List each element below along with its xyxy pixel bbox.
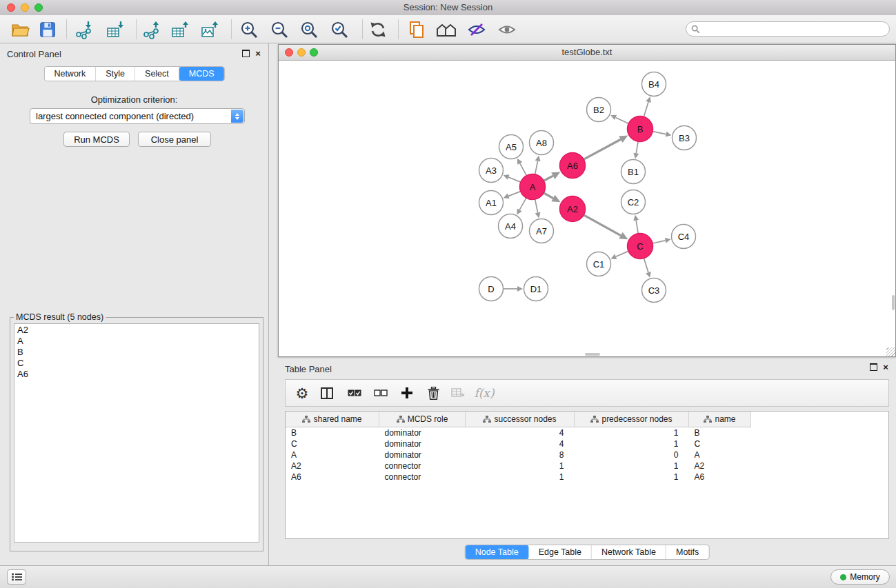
function-builder-button[interactable]: f(x) (473, 383, 495, 403)
table-row[interactable]: Cdominator41C (286, 438, 751, 449)
network-view-window: testGlobe.txt B4B2BB3A5A8A6A3B1AC2A1A2A4… (278, 44, 896, 357)
graphics-details-button[interactable] (465, 19, 488, 41)
graph-edge-A6-B[interactable] (584, 139, 621, 159)
mcds-result-item[interactable]: C (17, 358, 259, 369)
close-panel-action-button[interactable]: Close panel (138, 132, 211, 147)
tab-motifs[interactable]: Motifs (666, 545, 708, 559)
export-table-button[interactable] (168, 19, 192, 41)
column-header-successor-nodes[interactable]: successor nodes (466, 412, 575, 427)
tab-network-table[interactable]: Network Table (592, 545, 666, 559)
tab-edge-table[interactable]: Edge Table (529, 545, 592, 559)
deselect-all-rows-button[interactable] (370, 383, 392, 403)
network-canvas[interactable]: B4B2BB3A5A8A6A3B1AC2A1A2A4A7C4CC1DD1C3 (279, 61, 895, 356)
export-network-button[interactable] (139, 19, 163, 41)
tab-select[interactable]: Select (135, 67, 179, 81)
mcds-result-item[interactable]: A6 (17, 369, 259, 380)
graph-edge-B-B4[interactable] (644, 102, 648, 117)
run-mcds-button[interactable]: Run MCDS (63, 132, 130, 147)
optimization-criterion-select[interactable]: largest connected component (directed) (30, 108, 245, 124)
open-session-button[interactable] (8, 19, 32, 41)
export-image-button[interactable] (198, 19, 221, 41)
table-row[interactable]: Bdominator41B (286, 427, 751, 439)
network-window-title: testGlobe.txt (279, 47, 895, 57)
mcds-result-item[interactable]: A (17, 336, 259, 347)
import-table-button[interactable] (103, 19, 127, 41)
home-panel-button[interactable] (435, 19, 458, 41)
table-cell: 1 (575, 472, 689, 483)
graph-edge-C-C3[interactable] (644, 258, 648, 273)
graph-edge-A-A3[interactable] (508, 177, 521, 182)
graph-edge-A-A6[interactable] (544, 176, 552, 181)
table-row[interactable]: A2connector11A2 (286, 460, 751, 472)
show-columns-button[interactable] (316, 383, 338, 403)
zoom-selected-icon (330, 20, 349, 39)
apply-layout-button[interactable] (366, 19, 390, 41)
tab-style[interactable]: Style (96, 67, 135, 81)
resize-grip[interactable] (886, 347, 895, 356)
add-column-button[interactable] (396, 383, 418, 403)
edge-arrow-icon (633, 215, 639, 221)
graph-edge-C-C1[interactable] (616, 251, 628, 256)
graph-edge-A-A2[interactable] (544, 193, 553, 199)
zoom-in-button[interactable] (237, 19, 261, 41)
close-panel-button[interactable]: × (253, 48, 263, 58)
column-type-icon (302, 416, 310, 423)
zoom-selected-button[interactable] (328, 19, 351, 41)
table-row[interactable]: Adominator80A (286, 449, 751, 460)
graph-edge-A-A4[interactable] (519, 198, 526, 210)
graph-edge-A-A7[interactable] (535, 199, 538, 212)
zoom-out-button[interactable] (268, 19, 291, 41)
graph-edge-A-A5[interactable] (520, 163, 527, 176)
close-table-panel-button[interactable]: × (881, 362, 890, 372)
table-settings-button[interactable]: ⚙ (291, 383, 313, 403)
close-icon: × (255, 48, 261, 59)
homes-icon (436, 21, 457, 39)
graph-node-label: C4 (678, 232, 690, 242)
graph-edge-A-A1[interactable] (508, 192, 521, 196)
table-cell: A2 (286, 460, 379, 472)
memory-button[interactable]: Memory (830, 569, 890, 585)
table-panel-title: Table Panel (285, 364, 332, 374)
select-all-rows-button[interactable] (344, 383, 366, 403)
plus-icon (401, 387, 413, 399)
tab-node-table[interactable]: Node Table (466, 545, 529, 559)
mcds-result-item[interactable]: B (17, 347, 259, 358)
column-header-name[interactable]: name (689, 412, 751, 427)
tab-network[interactable]: Network (44, 67, 96, 81)
delete-table-button[interactable] (447, 383, 469, 403)
graph-edge-B-B3[interactable] (653, 132, 666, 134)
edge-arrow-icon (535, 212, 541, 219)
documents-button[interactable] (405, 19, 428, 41)
graph-edge-C-C2[interactable] (636, 221, 638, 234)
delete-column-button[interactable] (422, 383, 444, 403)
mcds-result-item[interactable]: A2 (17, 325, 259, 336)
graph-edge-B-B1[interactable] (636, 141, 638, 153)
column-header-shared-name[interactable]: shared name (286, 412, 379, 427)
table-row[interactable]: A6connector11A6 (286, 472, 751, 483)
table-cell: dominator (379, 449, 466, 460)
tab-mcds[interactable]: MCDS (179, 67, 224, 81)
task-history-button[interactable] (7, 569, 26, 585)
save-session-button[interactable] (36, 19, 59, 41)
table-cell: connector (379, 460, 466, 472)
column-header-MCDS-role[interactable]: MCDS role (379, 412, 466, 427)
graph-edge-B-B2[interactable] (615, 117, 628, 123)
float-table-panel-button[interactable] (868, 362, 878, 372)
column-header-predecessor-nodes[interactable]: predecessor nodes (575, 412, 689, 427)
search-input[interactable] (703, 23, 885, 37)
mcds-result-list[interactable]: A2ABCA6 (14, 323, 259, 543)
zoom-fit-button[interactable] (297, 19, 321, 41)
show-hide-button[interactable] (495, 19, 519, 41)
graph-edge-C-C4[interactable] (653, 241, 666, 243)
graph-edge-A2-C[interactable] (584, 215, 621, 236)
toolbar-separator (136, 19, 137, 39)
import-network-button[interactable] (72, 19, 95, 41)
graph-edge-A-A8[interactable] (535, 161, 538, 174)
column-type-icon (397, 416, 405, 423)
float-panel-button[interactable] (241, 48, 250, 58)
network-window-titlebar[interactable]: testGlobe.txt (279, 45, 895, 61)
table-cell: connector (379, 472, 466, 483)
refresh-icon (368, 20, 388, 39)
horizontal-scrollbar[interactable] (585, 353, 600, 356)
vertical-scrollbar[interactable] (892, 295, 895, 310)
